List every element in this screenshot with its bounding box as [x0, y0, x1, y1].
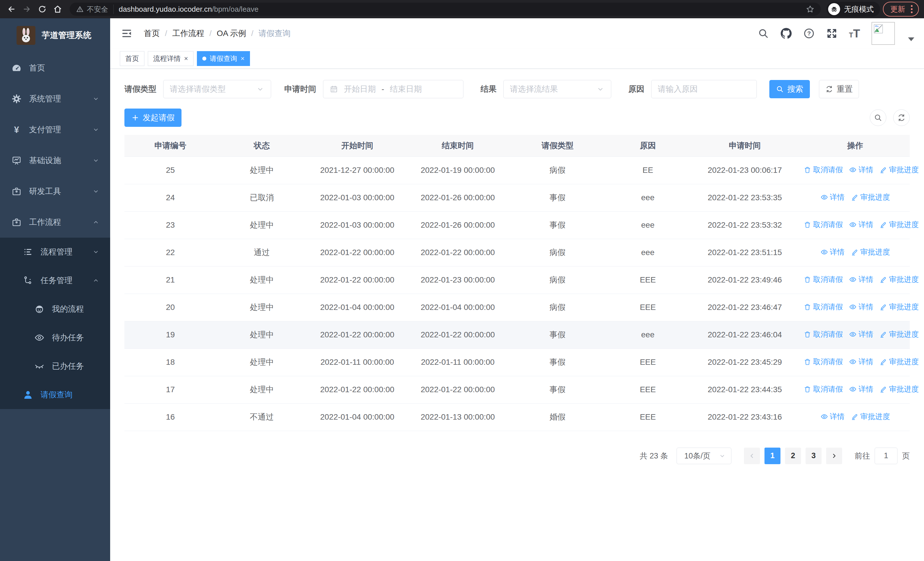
- cancel-leave-link[interactable]: 取消请假: [804, 165, 843, 175]
- tab-2[interactable]: 请假查询×: [197, 51, 250, 66]
- close-icon[interactable]: ×: [240, 55, 244, 62]
- bookmark-star-icon[interactable]: [806, 5, 814, 14]
- page-button-1[interactable]: 1: [765, 448, 780, 464]
- help-icon[interactable]: ?: [803, 28, 815, 39]
- sidebar-item-8[interactable]: 我的流程: [0, 295, 110, 323]
- progress-link[interactable]: 审批进度: [851, 247, 890, 257]
- breadcrumb-item[interactable]: 工作流程: [172, 28, 204, 39]
- result-select[interactable]: 请选择流结果: [503, 80, 611, 98]
- chevron-down-icon: [718, 452, 726, 460]
- search-icon[interactable]: [758, 28, 769, 39]
- eye-icon: [34, 332, 45, 343]
- reload-icon[interactable]: [36, 3, 48, 15]
- cell-status: 处理中: [216, 294, 308, 321]
- progress-link[interactable]: 审批进度: [851, 192, 890, 202]
- progress-link[interactable]: 审批进度: [879, 357, 919, 367]
- sidebar-item-2[interactable]: ¥支付管理: [0, 114, 110, 145]
- view-icon: [849, 221, 856, 229]
- detail-link[interactable]: 详情: [849, 275, 873, 284]
- close-icon[interactable]: ×: [184, 55, 188, 62]
- update-button[interactable]: 更新: [883, 2, 919, 17]
- page-button-2[interactable]: 2: [785, 448, 801, 464]
- detail-link[interactable]: 详情: [820, 412, 844, 422]
- tab-1[interactable]: 流程详情×: [148, 51, 194, 66]
- app-logo-row[interactable]: 芋道管理系统: [0, 18, 110, 53]
- next-page-button[interactable]: [826, 448, 842, 464]
- cancel-leave-link[interactable]: 取消请假: [804, 384, 843, 394]
- cancel-leave-link[interactable]: 取消请假: [804, 275, 843, 284]
- chevron-down-icon: [256, 85, 264, 93]
- sidebar-item-0[interactable]: 首页: [0, 53, 110, 83]
- progress-link[interactable]: 审批进度: [879, 302, 919, 312]
- cell-applied: 2022-01-22 23:49:46: [689, 266, 801, 294]
- total-count: 共 23 条: [640, 451, 668, 461]
- detail-link[interactable]: 详情: [849, 329, 873, 339]
- search-button[interactable]: 搜索: [770, 80, 810, 98]
- sidebar-item-1[interactable]: 系统管理: [0, 83, 110, 114]
- create-leave-button[interactable]: 发起请假: [124, 108, 182, 127]
- dropdown-caret-icon[interactable]: [908, 38, 914, 41]
- url-bar[interactable]: 不安全 dashboard.yudao.iocoder.cn/bpm/oa/le…: [70, 3, 821, 16]
- detail-link[interactable]: 详情: [849, 220, 873, 230]
- page-size-select[interactable]: 10条/页: [676, 448, 731, 464]
- browser-chrome: 不安全 dashboard.yudao.iocoder.cn/bpm/oa/le…: [0, 0, 924, 18]
- detail-link[interactable]: 详情: [820, 247, 844, 257]
- cancel-leave-link[interactable]: 取消请假: [804, 329, 843, 339]
- avatar[interactable]: [872, 22, 895, 45]
- fullscreen-icon[interactable]: [826, 28, 837, 39]
- action-label: 详情: [858, 275, 873, 284]
- progress-link[interactable]: 审批进度: [879, 384, 919, 394]
- view-icon: [849, 276, 856, 283]
- leave-type-select[interactable]: 请选择请假类型: [163, 80, 271, 98]
- sidebar-item-7[interactable]: 任务管理: [0, 266, 110, 295]
- breadcrumb-item[interactable]: 首页: [144, 28, 160, 39]
- detail-link[interactable]: 详情: [849, 384, 873, 394]
- sidebar-item-11[interactable]: 请假查询: [0, 381, 110, 409]
- trash-icon: [804, 385, 811, 393]
- progress-link[interactable]: 审批进度: [879, 329, 919, 339]
- refresh-table-button[interactable]: [893, 110, 910, 126]
- browser-menu-icon[interactable]: [910, 4, 914, 14]
- prev-page-button[interactable]: [744, 448, 760, 464]
- cancel-leave-link[interactable]: 取消请假: [804, 302, 843, 312]
- view-icon: [820, 413, 828, 420]
- sidebar-item-10[interactable]: 已办任务: [0, 352, 110, 381]
- progress-link[interactable]: 审批进度: [879, 165, 919, 175]
- cancel-leave-link[interactable]: 取消请假: [804, 357, 843, 367]
- reason-input[interactable]: 请输入原因: [651, 80, 757, 98]
- top-navbar: 首页/工作流程/OA 示例/请假查询 ? TT: [110, 18, 924, 48]
- cell-end: 2022-01-23 00:00:00: [407, 266, 508, 294]
- page-button-3[interactable]: 3: [806, 448, 822, 464]
- progress-link[interactable]: 审批进度: [879, 220, 919, 230]
- cell-type: 事假: [508, 349, 607, 376]
- apply-time-range-picker[interactable]: 开始日期 - 结束日期: [323, 80, 464, 98]
- sidebar-item-5[interactable]: 工作流程: [0, 207, 110, 238]
- goto-page-input[interactable]: [874, 448, 897, 464]
- sidebar-item-3[interactable]: 基础设施: [0, 145, 110, 176]
- action-label: 详情: [830, 192, 844, 202]
- sidebar-item-4[interactable]: 研发工具: [0, 176, 110, 207]
- breadcrumb-item[interactable]: OA 示例: [217, 28, 246, 39]
- pen-icon: [851, 413, 859, 420]
- progress-link[interactable]: 审批进度: [851, 412, 890, 422]
- security-chip[interactable]: 不安全: [76, 5, 114, 14]
- forward-icon[interactable]: [21, 3, 33, 15]
- cell-end: 2022-01-11 00:00:00: [407, 349, 508, 376]
- cancel-leave-link[interactable]: 取消请假: [804, 220, 843, 230]
- detail-link[interactable]: 详情: [849, 165, 873, 175]
- back-icon[interactable]: [5, 3, 18, 15]
- sidebar-fold-icon[interactable]: [120, 27, 134, 40]
- toggle-search-button[interactable]: [870, 110, 886, 126]
- font-size-icon[interactable]: TT: [849, 27, 860, 40]
- tab-0[interactable]: 首页: [120, 51, 144, 66]
- sidebar-item-6[interactable]: 流程管理: [0, 238, 110, 266]
- progress-link[interactable]: 审批进度: [879, 275, 919, 284]
- detail-link[interactable]: 详情: [849, 302, 873, 312]
- sidebar-item-9[interactable]: 待办任务: [0, 323, 110, 352]
- github-icon[interactable]: [780, 28, 792, 39]
- chevron-down-icon: [93, 188, 99, 195]
- home-icon[interactable]: [51, 3, 64, 15]
- detail-link[interactable]: 详情: [820, 192, 844, 202]
- reset-button[interactable]: 重置: [819, 80, 859, 98]
- detail-link[interactable]: 详情: [849, 357, 873, 367]
